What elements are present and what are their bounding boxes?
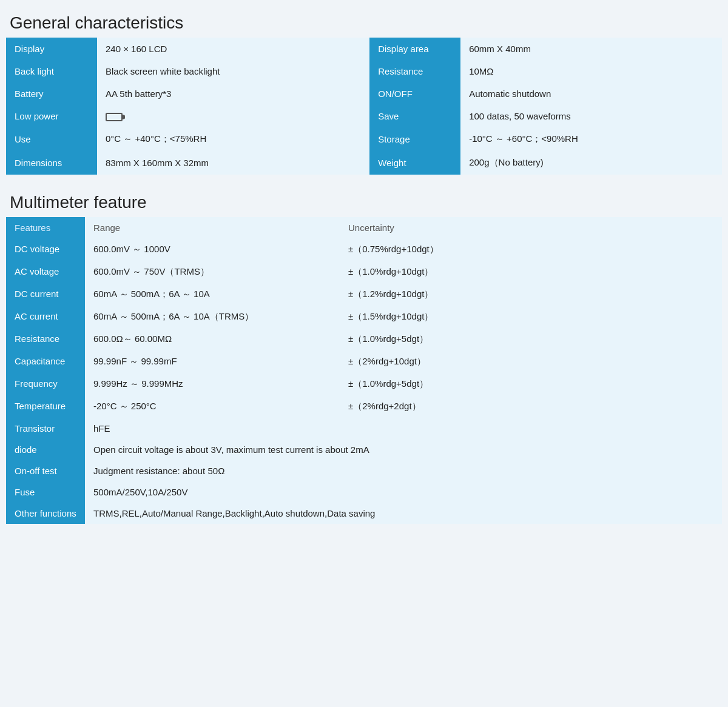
general-right-label: Weight	[369, 151, 460, 175]
multimeter-feature-label: Capacitance	[6, 350, 85, 373]
multimeter-row: diodeOpen circuit voltage is about 3V, m…	[6, 439, 722, 460]
multimeter-uncertainty-value: ±（0.75%rdg+10dgt）	[340, 238, 722, 261]
multimeter-feature-label: Frequency	[6, 373, 85, 395]
multimeter-feature-label: AC current	[6, 306, 85, 328]
general-left-label: Back light	[6, 60, 97, 82]
multimeter-header-uncertainty: Uncertainty	[340, 217, 722, 238]
general-left-value: 0°C ～ +40°C；<75%RH	[97, 127, 369, 151]
general-row: Back lightBlack screen white backlightRe…	[6, 60, 722, 82]
multimeter-row: Resistance600.0Ω～ 60.00MΩ±（1.0%rdg+5dgt）	[6, 328, 722, 350]
multimeter-header-row: FeaturesRangeUncertainty	[6, 217, 722, 238]
multimeter-uncertainty-value: ±（1.0%rdg+5dgt）	[340, 373, 722, 395]
general-row: Dimensions83mm X 160mm X 32mmWeight200g（…	[6, 151, 722, 175]
multimeter-table: FeaturesRangeUncertaintyDC voltage600.0m…	[6, 217, 722, 524]
multimeter-feature-label: Transistor	[6, 418, 85, 439]
general-right-label: Storage	[369, 127, 460, 151]
general-right-label: Display area	[369, 38, 460, 60]
multimeter-range-value: TRMS,REL,Auto/Manual Range,Backlight,Aut…	[85, 503, 722, 524]
general-left-value: 240 × 160 LCD	[97, 38, 369, 60]
general-right-label: ON/OFF	[369, 82, 460, 105]
general-right-value: -10°C ～ +60°C；<90%RH	[460, 127, 722, 151]
general-right-label: Save	[369, 105, 460, 127]
general-right-value: 200g（No battery)	[460, 151, 722, 175]
multimeter-range-value: -20°C ～ 250°C	[85, 395, 340, 418]
general-row: Display240 × 160 LCDDisplay area60mm X 4…	[6, 38, 722, 60]
general-table: Display240 × 160 LCDDisplay area60mm X 4…	[6, 38, 722, 175]
multimeter-feature-label: diode	[6, 439, 85, 460]
multimeter-feature-label: Temperature	[6, 395, 85, 418]
general-left-label: Display	[6, 38, 97, 60]
general-left-value: Black screen white backlight	[97, 60, 369, 82]
multimeter-range-value: 600.0mV ～ 1000V	[85, 238, 340, 261]
general-title: General characteristics	[6, 6, 722, 38]
multimeter-range-value: Open circuit voltage is about 3V, maximu…	[85, 439, 722, 460]
multimeter-header-range: Range	[85, 217, 340, 238]
general-right-value: 100 datas, 50 waveforms	[460, 105, 722, 127]
multimeter-range-value: hFE	[85, 418, 722, 439]
multimeter-row: On-off testJudgment resistance: about 50…	[6, 460, 722, 481]
multimeter-uncertainty-value: ±（2%rdg+2dgt）	[340, 395, 722, 418]
multimeter-row: AC voltage600.0mV ～ 750V（TRMS）±（1.0%rdg+…	[6, 261, 722, 283]
multimeter-feature-label: Fuse	[6, 481, 85, 503]
general-row: Use0°C ～ +40°C；<75%RHStorage-10°C ～ +60°…	[6, 127, 722, 151]
multimeter-feature-label: DC voltage	[6, 238, 85, 261]
multimeter-range-value: 99.99nF ～ 99.99mF	[85, 350, 340, 373]
multimeter-range-value: Judgment resistance: about 50Ω	[85, 460, 722, 481]
multimeter-row: AC current60mA ～ 500mA；6A ～ 10A（TRMS）±（1…	[6, 306, 722, 328]
multimeter-feature-label: DC current	[6, 283, 85, 306]
battery-icon	[106, 113, 123, 121]
multimeter-feature-label: Resistance	[6, 328, 85, 350]
general-right-label: Resistance	[369, 60, 460, 82]
general-row: Low powerSave100 datas, 50 waveforms	[6, 105, 722, 127]
multimeter-feature-label: Other functions	[6, 503, 85, 524]
general-left-label: Dimensions	[6, 151, 97, 175]
multimeter-row: DC current60mA ～ 500mA；6A ～ 10A±（1.2%rdg…	[6, 283, 722, 306]
multimeter-range-value: 9.999Hz ～ 9.999MHz	[85, 373, 340, 395]
multimeter-row: Fuse500mA/250V,10A/250V	[6, 481, 722, 503]
multimeter-title: Multimeter feature	[6, 186, 722, 217]
multimeter-uncertainty-value: ±（1.0%rdg+5dgt）	[340, 328, 722, 350]
multimeter-uncertainty-value: ±（1.0%rdg+10dgt）	[340, 261, 722, 283]
multimeter-range-value: 600.0Ω～ 60.00MΩ	[85, 328, 340, 350]
general-left-value: AA 5th battery*3	[97, 82, 369, 105]
general-right-value: Automatic shutdown	[460, 82, 722, 105]
multimeter-range-value: 500mA/250V,10A/250V	[85, 481, 722, 503]
multimeter-range-value: 60mA ～ 500mA；6A ～ 10A（TRMS）	[85, 306, 340, 328]
multimeter-feature-label: AC voltage	[6, 261, 85, 283]
multimeter-row: Temperature-20°C ～ 250°C±（2%rdg+2dgt）	[6, 395, 722, 418]
general-row: BatteryAA 5th battery*3ON/OFFAutomatic s…	[6, 82, 722, 105]
general-left-value: 83mm X 160mm X 32mm	[97, 151, 369, 175]
general-right-value: 10MΩ	[460, 60, 722, 82]
multimeter-row: Other functionsTRMS,REL,Auto/Manual Rang…	[6, 503, 722, 524]
multimeter-range-value: 600.0mV ～ 750V（TRMS）	[85, 261, 340, 283]
multimeter-row: Capacitance99.99nF ～ 99.99mF±（2%rdg+10dg…	[6, 350, 722, 373]
multimeter-header-features: Features	[6, 217, 85, 238]
multimeter-feature-label: On-off test	[6, 460, 85, 481]
general-left-label: Battery	[6, 82, 97, 105]
multimeter-row: Frequency9.999Hz ～ 9.999MHz±（1.0%rdg+5dg…	[6, 373, 722, 395]
general-left-label: Use	[6, 127, 97, 151]
multimeter-uncertainty-value: ±（1.2%rdg+10dgt）	[340, 283, 722, 306]
general-left-label: Low power	[6, 105, 97, 127]
multimeter-row: DC voltage600.0mV ～ 1000V±（0.75%rdg+10dg…	[6, 238, 722, 261]
multimeter-range-value: 60mA ～ 500mA；6A ～ 10A	[85, 283, 340, 306]
general-left-value	[97, 105, 369, 127]
multimeter-uncertainty-value: ±（2%rdg+10dgt）	[340, 350, 722, 373]
multimeter-row: TransistorhFE	[6, 418, 722, 439]
general-right-value: 60mm X 40mm	[460, 38, 722, 60]
multimeter-uncertainty-value: ±（1.5%rdg+10dgt）	[340, 306, 722, 328]
